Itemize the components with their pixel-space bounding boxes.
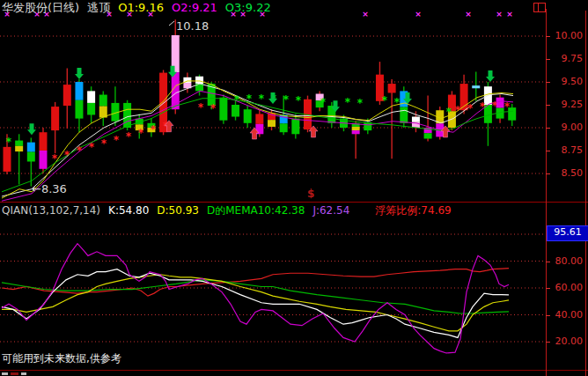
axis-tick-label: 10.00 [546,30,583,41]
candle-body[interactable] [352,127,360,130]
sell-signal-arrow-icon [486,70,495,82]
signal-x-marker: × [465,10,472,18]
red-star-marker: * [52,152,58,165]
indicator-panel-chart[interactable] [0,218,546,370]
red-star-marker: * [480,100,486,113]
green-star-marker: * [357,97,364,109]
candle-body[interactable] [232,105,239,117]
candle-body[interactable] [39,151,47,169]
green-star-marker: * [446,106,452,118]
candle-body[interactable] [352,130,360,134]
candle-body[interactable] [412,117,420,122]
axis-tick-label: 60.00 [546,282,583,293]
candle-body[interactable] [75,82,83,100]
signal-name: 逃顶 [87,1,110,15]
red-star-marker: * [198,101,204,114]
candle-body[interactable] [15,141,23,146]
candle-body[interactable] [4,147,11,172]
axis-tick-label: 9.00 [546,122,583,133]
j-line [2,244,509,353]
green-star-marker: * [394,96,401,108]
candle-body[interactable] [75,100,83,119]
candle-body[interactable] [280,123,288,132]
red-star-marker: * [492,100,498,112]
candle-body[interactable] [87,103,95,115]
o1-value: O1:9.16 [118,1,164,15]
green-star-marker: * [234,93,240,106]
axis-tick-label: 8.75 [546,144,583,156]
axis-tick-label: 9.50 [546,76,583,87]
axis-tick-label: 9.75 [546,53,583,64]
clipped-panel-text-fragment [2,372,32,376]
indicator-name[interactable]: QIAN(13,102,7,14) [2,203,100,217]
red-star-marker: * [77,144,83,157]
stock-chart-window: 华发股份(日线) 逃顶 O1:9.16 O2:9.21 O3:9.22 ****… [0,0,588,376]
mema-value: D的MEMA10:42.38 [207,203,305,217]
candle-body[interactable] [123,103,131,128]
candle-body[interactable] [27,143,35,152]
axis-tick [546,173,550,174]
sell-signal-arrow-icon [75,68,84,79]
candle-body[interactable] [484,105,492,123]
candle-body[interactable] [195,77,203,84]
fuchou-value: 浮筹比例:74.69 [375,203,451,217]
mema-line [2,280,509,313]
panel-separator-line [0,202,588,203]
right-border-line [585,11,586,376]
green-star-marker: * [246,92,253,105]
low-price-label: ←8.36 [32,182,67,195]
green-star-marker: * [382,94,388,107]
candle-body[interactable] [27,152,35,162]
red-star-marker: * [455,104,461,116]
high-price-label: 10.18 [176,19,209,33]
o2-value: O2:9.21 [172,1,217,15]
axis-tick [546,315,550,316]
candle-body[interactable] [15,146,23,151]
k-value: K:54.80 [108,203,149,217]
future-data-notice: 可能用到未来数据,供参考 [2,351,121,366]
axis-tick [546,262,550,262]
candle-body[interactable] [51,107,59,130]
axis-tick [546,151,550,151]
dollar-marker: $ [307,188,314,200]
candle-body[interactable] [219,98,227,121]
axis-tick [546,342,550,343]
candle-body[interactable] [99,95,107,107]
bottom-separator-line [0,370,588,371]
axis-tick-label: 80.00 [546,255,583,267]
candle-body[interactable] [255,114,263,123]
axis-tick-label: 40.00 [546,309,583,321]
d-line [2,275,509,331]
restore-window-icon[interactable] [533,3,546,12]
green-star-marker: * [283,93,290,106]
candle-body[interactable] [291,119,299,135]
signal-x-marker: × [506,10,513,18]
candle-body[interactable] [268,120,276,127]
red-star-marker: * [467,102,474,114]
signal-x-marker: × [415,10,422,18]
candle-body[interactable] [244,109,252,123]
candle-body[interactable] [424,133,432,138]
axis-tick [546,105,550,106]
candle-body[interactable] [388,84,396,92]
chart-title-bar: 华发股份(日线) 逃顶 O1:9.16 O2:9.21 O3:9.22 [2,1,271,15]
red-star-marker: * [114,134,120,146]
main-candlestick-chart[interactable]: ******************************××××××××××… [0,7,546,203]
current-value-readout: 95.61 [547,225,588,241]
red-star-marker: * [126,130,132,143]
green-star-marker: * [6,136,12,148]
candle-body[interactable] [400,107,408,123]
green-star-marker: * [296,94,302,107]
red-star-marker: * [89,141,95,153]
candle-body[interactable] [39,132,47,151]
green-star-marker: * [345,96,351,108]
stock-title: 华发股份(日线) [2,1,79,15]
axis-tick [546,36,550,37]
high-label-pointer [169,21,174,26]
candle-body[interactable] [472,85,480,88]
candle-body[interactable] [87,91,95,103]
fuchou-ratio-line [2,269,509,297]
red-star-marker: * [210,102,217,114]
candle-body[interactable] [63,85,71,106]
j-value: J:62.54 [312,203,349,217]
